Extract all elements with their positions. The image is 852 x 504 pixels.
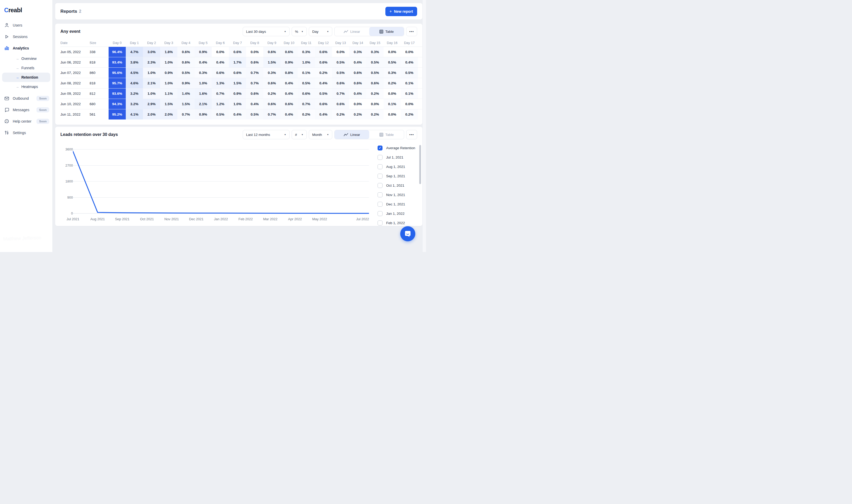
- sidebar-item-users[interactable]: Users: [0, 19, 52, 31]
- new-report-button[interactable]: + New report: [385, 7, 417, 16]
- page-scrollbar-track[interactable]: [423, 0, 426, 252]
- date-range-select[interactable]: Last 12 months▼: [243, 130, 289, 139]
- view-linear-button[interactable]: Linear: [335, 130, 369, 139]
- table-row[interactable]: Jun 11, 202256195.2%4.1%2.0%2.0%0.7%0.9%…: [60, 109, 422, 120]
- retention-value-cell: 3.2%: [126, 99, 143, 109]
- table-row[interactable]: Jun 06, 202281893.4%3.8%2.3%1.0%0.6%0.4%…: [60, 57, 422, 68]
- checkbox-unchecked[interactable]: [377, 202, 383, 207]
- sliders-icon: [4, 130, 10, 136]
- table-row[interactable]: Jun 10, 202268094.3%3.2%2.9%1.5%1.5%2.1%…: [60, 99, 422, 109]
- checkbox-unchecked[interactable]: [377, 211, 383, 216]
- view-table-button[interactable]: Table: [369, 130, 404, 139]
- retention-value-cell: 1.0%: [229, 99, 246, 109]
- legend-item[interactable]: ✓Average Retention: [377, 145, 415, 151]
- retention-value-cell: 1.1%: [160, 89, 177, 99]
- y-axis-tick: 2700: [60, 163, 73, 168]
- checkbox-unchecked[interactable]: [377, 192, 383, 197]
- legend-item[interactable]: Dec 1, 2021: [377, 201, 405, 207]
- legend-item[interactable]: Aug 1, 2021: [377, 164, 405, 169]
- legend-item-label: Jul 1, 2021: [386, 156, 403, 159]
- x-axis-tick: Oct 2021: [140, 217, 154, 221]
- retention-value-cell: 93.6%: [109, 89, 126, 99]
- table-row[interactable]: Jun 07, 202286095.6%4.5%1.0%0.9%0.5%0.3%…: [60, 68, 422, 78]
- retention-value-cell: 0.2%: [263, 89, 281, 99]
- sidebar-item-help-center[interactable]: ? Help center Soon: [0, 115, 52, 127]
- unit-select[interactable]: %▼: [291, 27, 307, 36]
- legend-item[interactable]: Jul 1, 2021: [377, 155, 403, 160]
- sidebar-item-messages[interactable]: Messages Soon: [0, 104, 52, 115]
- soon-badge: Soon: [36, 96, 49, 101]
- legend-item[interactable]: Feb 1, 2022: [377, 220, 405, 226]
- date-range-value: Last 12 months: [246, 133, 270, 137]
- view-linear-button[interactable]: Linear: [335, 27, 369, 36]
- retention-value-cell: 0.0%: [366, 99, 384, 109]
- column-header: Day 7: [229, 41, 246, 45]
- legend-item[interactable]: Sep 1, 2021: [377, 173, 405, 179]
- column-header: Day 9: [263, 41, 281, 45]
- checkbox-unchecked[interactable]: [377, 183, 383, 188]
- sidebar-item-settings[interactable]: Settings: [0, 127, 52, 139]
- retention-value-cell: 0.1%: [384, 99, 401, 109]
- granularity-select[interactable]: Day▼: [309, 27, 332, 36]
- chat-bubble-icon: [404, 230, 412, 238]
- table-row[interactable]: Jun 05, 202233896.4%4.7%3.0%1.8%0.6%0.9%…: [60, 47, 422, 57]
- checkbox-checked[interactable]: ✓: [377, 145, 383, 150]
- checkbox-unchecked[interactable]: [377, 174, 383, 179]
- sidebar-item-analytics[interactable]: Analytics: [0, 42, 52, 54]
- retention-value-cell: 0.6%: [366, 78, 384, 88]
- checkbox-unchecked[interactable]: [377, 164, 383, 169]
- retention-value-cell: 0.2%: [384, 78, 401, 88]
- sidebar-item-heatmaps[interactable]: → Heatmaps: [0, 82, 52, 91]
- retention-value-cell: 0.2%: [349, 109, 366, 120]
- legend-item[interactable]: Oct 1, 2021: [377, 182, 404, 188]
- mail-icon: [4, 96, 10, 101]
- sidebar-item-label: Sessions: [13, 35, 28, 39]
- sidebar-item-funnels[interactable]: → Funnels: [0, 63, 52, 73]
- table-row[interactable]: Jun 08, 202281895.7%4.6%2.1%1.0%0.9%1.0%…: [60, 78, 422, 89]
- chat-widget-button[interactable]: [400, 226, 415, 241]
- retention-value-cell: 2.9%: [143, 99, 160, 109]
- more-options-button[interactable]: •••: [406, 27, 417, 36]
- retention-value-cell: 0.0%: [401, 99, 418, 109]
- view-label: Table: [385, 30, 394, 34]
- sidebar-item-sessions[interactable]: Sessions: [0, 31, 52, 42]
- column-header: Day 13: [332, 41, 349, 45]
- x-axis-tick: Nov 2021: [164, 217, 179, 221]
- retention-table-head: DateSizeDay 0Day 1Day 2Day 3Day 4Day 5Da…: [60, 39, 422, 47]
- legend-item[interactable]: Jan 1, 2022: [377, 211, 405, 216]
- view-table-button[interactable]: Table: [369, 27, 404, 36]
- column-header: Day 0: [109, 41, 126, 45]
- legend-item-label: Nov 1, 2021: [386, 193, 405, 197]
- date-range-select[interactable]: Last 30 days▼: [243, 27, 289, 36]
- y-axis-tick: 1800: [60, 179, 73, 183]
- brand-logo[interactable]: Creabl: [4, 7, 22, 14]
- retention-value-cell: 1.5%: [229, 78, 246, 88]
- retention-value-cell: 0.6%: [263, 78, 281, 88]
- checkbox-unchecked[interactable]: [377, 155, 383, 160]
- retention-value-cell: 0.6%: [315, 57, 332, 68]
- sidebar-item-overview[interactable]: → Overview: [0, 54, 52, 63]
- retention-value-cell: 0.6%: [281, 47, 298, 57]
- unit-select[interactable]: #▼: [291, 130, 307, 139]
- sidebar-item-outbound[interactable]: Outbound Soon: [0, 93, 52, 104]
- legend-scrollbar[interactable]: [419, 145, 421, 184]
- retention-value-cell: 0.7%: [332, 89, 349, 99]
- retention-value-cell: 0.7%: [298, 99, 315, 109]
- help-icon: ?: [4, 119, 10, 124]
- reports-count-badge: 2: [79, 9, 81, 14]
- more-options-button[interactable]: •••: [406, 130, 417, 139]
- x-axis-tick: Sep 2021: [115, 217, 130, 221]
- table-row[interactable]: Jun 09, 202281293.6%3.2%1.0%1.1%1.4%1.6%…: [60, 89, 422, 99]
- retention-value-cell: 1.0%: [298, 57, 315, 68]
- view-label: Table: [385, 133, 394, 137]
- legend-item[interactable]: Nov 1, 2021: [377, 192, 405, 198]
- retention-value-cell: 0.6%: [349, 68, 366, 78]
- retention-value-cell: 0.5%: [246, 109, 263, 120]
- retention-value-cell: 0.4%: [401, 57, 418, 68]
- line-chart-icon: [344, 133, 348, 137]
- granularity-select[interactable]: Month▼: [309, 130, 332, 139]
- sidebar-item-retention[interactable]: → Retention: [2, 73, 50, 82]
- retention-value-cell: 1.3%: [212, 78, 229, 88]
- checkbox-unchecked[interactable]: [377, 220, 383, 226]
- arrow-right-icon: →: [16, 85, 19, 89]
